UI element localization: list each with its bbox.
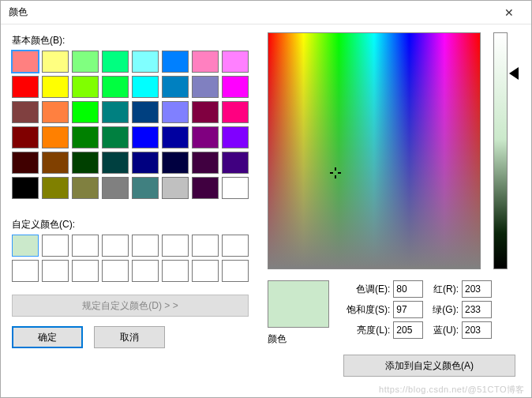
custom-swatch[interactable] — [42, 260, 69, 282]
basic-swatch[interactable] — [42, 101, 69, 123]
basic-swatch[interactable] — [72, 177, 99, 199]
basic-swatch[interactable] — [72, 126, 99, 148]
add-to-custom-button[interactable]: 添加到自定义颜色(A) — [343, 355, 515, 377]
basic-swatch[interactable] — [192, 76, 219, 98]
basic-colors-label: 基本颜色(B): — [12, 34, 253, 47]
basic-swatch[interactable] — [162, 177, 189, 199]
custom-swatch[interactable] — [12, 260, 39, 282]
basic-swatch[interactable] — [192, 101, 219, 123]
custom-swatch[interactable] — [132, 260, 159, 282]
custom-swatch[interactable] — [162, 260, 189, 282]
left-panel: 基本颜色(B): 自定义颜色(C): 规定自定义颜色(D) > > 确定 取消 — [12, 32, 253, 348]
red-input[interactable] — [462, 280, 492, 298]
basic-swatch[interactable] — [132, 177, 159, 199]
basic-swatch[interactable] — [132, 101, 159, 123]
green-label: 绿(G): — [433, 303, 462, 317]
basic-swatch[interactable] — [192, 126, 219, 148]
basic-swatch[interactable] — [102, 76, 129, 98]
basic-swatch[interactable] — [72, 51, 99, 73]
hue-sat-field[interactable] — [268, 32, 481, 269]
basic-swatch[interactable] — [192, 152, 219, 174]
basic-swatch[interactable] — [42, 126, 69, 148]
basic-swatch[interactable] — [12, 51, 39, 73]
basic-swatch[interactable] — [192, 177, 219, 199]
crosshair-icon — [330, 167, 341, 178]
custom-swatch[interactable] — [102, 235, 129, 257]
custom-swatch[interactable] — [192, 260, 219, 282]
custom-colors-grid — [12, 235, 253, 282]
watermark-text: https://blog.csdn.net/@51CTO博客 — [379, 384, 525, 396]
custom-swatch[interactable] — [132, 235, 159, 257]
custom-swatch[interactable] — [12, 235, 39, 257]
sat-input[interactable] — [393, 301, 423, 318]
color-dialog: 颜色 ✕ 基本颜色(B): 自定义颜色(C): 规定自定义颜色(D) > > 确… — [0, 0, 532, 398]
custom-swatch[interactable] — [102, 260, 129, 282]
lum-input[interactable] — [393, 321, 423, 339]
basic-swatch[interactable] — [132, 76, 159, 98]
right-panel: 颜色 色调(E): 红(R): 饱和度(S): 绿(G): 亮度(L): 蓝(U… — [268, 32, 522, 348]
close-icon: ✕ — [504, 6, 514, 19]
basic-swatch[interactable] — [162, 126, 189, 148]
cancel-button[interactable]: 取消 — [94, 326, 165, 348]
custom-colors-label: 自定义颜色(C): — [12, 218, 253, 231]
hue-label: 色调(E): — [347, 283, 393, 296]
basic-swatch[interactable] — [102, 152, 129, 174]
hue-input[interactable] — [393, 280, 423, 298]
basic-colors-grid — [12, 51, 253, 199]
basic-swatch[interactable] — [42, 177, 69, 199]
basic-swatch[interactable] — [222, 152, 249, 174]
titlebar: 颜色 ✕ — [1, 1, 531, 24]
basic-swatch[interactable] — [222, 177, 249, 199]
red-label: 红(R): — [433, 283, 462, 296]
basic-swatch[interactable] — [12, 126, 39, 148]
basic-swatch[interactable] — [102, 177, 129, 199]
basic-swatch[interactable] — [162, 152, 189, 174]
basic-swatch[interactable] — [42, 152, 69, 174]
basic-swatch[interactable] — [72, 101, 99, 123]
basic-swatch[interactable] — [12, 101, 39, 123]
lum-label: 亮度(L): — [347, 324, 393, 337]
basic-swatch[interactable] — [132, 51, 159, 73]
basic-swatch[interactable] — [12, 76, 39, 98]
basic-swatch[interactable] — [222, 51, 249, 73]
basic-swatch[interactable] — [162, 51, 189, 73]
basic-swatch[interactable] — [222, 76, 249, 98]
custom-swatch[interactable] — [72, 235, 99, 257]
basic-swatch[interactable] — [192, 51, 219, 73]
value-inputs: 色调(E): 红(R): 饱和度(S): 绿(G): 亮度(L): 蓝(U): — [347, 280, 492, 339]
close-button[interactable]: ✕ — [493, 2, 525, 24]
custom-swatch[interactable] — [222, 235, 249, 257]
custom-swatch[interactable] — [72, 260, 99, 282]
ok-button[interactable]: 确定 — [12, 326, 83, 348]
basic-swatch[interactable] — [162, 76, 189, 98]
blue-input[interactable] — [462, 321, 492, 339]
green-input[interactable] — [462, 301, 492, 318]
define-custom-button: 规定自定义颜色(D) > > — [12, 295, 249, 317]
basic-swatch[interactable] — [42, 76, 69, 98]
basic-swatch[interactable] — [222, 101, 249, 123]
basic-swatch[interactable] — [222, 126, 249, 148]
sat-label: 饱和度(S): — [347, 303, 393, 317]
basic-swatch[interactable] — [102, 101, 129, 123]
custom-swatch[interactable] — [42, 235, 69, 257]
luminance-arrow-icon[interactable] — [509, 67, 519, 80]
custom-swatch[interactable] — [192, 235, 219, 257]
custom-swatch[interactable] — [222, 260, 249, 282]
basic-swatch[interactable] — [102, 51, 129, 73]
luminance-bar[interactable] — [493, 32, 508, 269]
basic-swatch[interactable] — [102, 126, 129, 148]
blue-label: 蓝(U): — [433, 324, 462, 337]
dialog-body: 基本颜色(B): 自定义颜色(C): 规定自定义颜色(D) > > 确定 取消 … — [1, 24, 531, 358]
basic-swatch[interactable] — [162, 101, 189, 123]
basic-swatch[interactable] — [72, 76, 99, 98]
preview-row — [268, 280, 334, 328]
basic-swatch[interactable] — [12, 152, 39, 174]
basic-swatch[interactable] — [132, 152, 159, 174]
basic-swatch[interactable] — [132, 126, 159, 148]
basic-swatch[interactable] — [12, 177, 39, 199]
dialog-buttons: 确定 取消 — [12, 326, 253, 348]
custom-swatch[interactable] — [162, 235, 189, 257]
basic-swatch[interactable] — [72, 152, 99, 174]
basic-swatch[interactable] — [42, 51, 69, 73]
window-title: 颜色 — [9, 6, 28, 19]
